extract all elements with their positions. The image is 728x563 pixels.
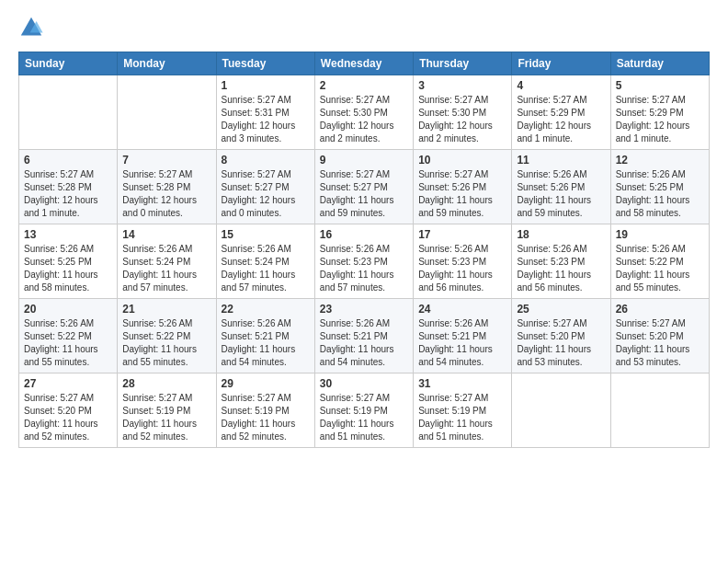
cell-info: Sunrise: 5:26 AM Sunset: 5:22 PM Dayligh… bbox=[24, 317, 112, 369]
cell-date: 26 bbox=[616, 303, 704, 316]
header-cell-tuesday: Tuesday bbox=[216, 52, 314, 75]
cell-date: 20 bbox=[24, 303, 112, 316]
cell-info: Sunrise: 5:27 AM Sunset: 5:30 PM Dayligh… bbox=[418, 94, 506, 145]
calendar-cell: 8Sunrise: 5:27 AM Sunset: 5:27 PM Daylig… bbox=[216, 150, 314, 224]
calendar-cell: 21Sunrise: 5:26 AM Sunset: 5:22 PM Dayli… bbox=[118, 299, 216, 373]
cell-date: 16 bbox=[320, 228, 408, 241]
calendar-cell: 7Sunrise: 5:27 AM Sunset: 5:28 PM Daylig… bbox=[118, 150, 216, 224]
cell-info: Sunrise: 5:26 AM Sunset: 5:24 PM Dayligh… bbox=[122, 243, 210, 294]
cell-date: 8 bbox=[222, 154, 310, 167]
cell-date: 30 bbox=[320, 377, 408, 390]
cell-info: Sunrise: 5:26 AM Sunset: 5:21 PM Dayligh… bbox=[222, 317, 310, 369]
cell-info: Sunrise: 5:27 AM Sunset: 5:20 PM Dayligh… bbox=[24, 392, 112, 443]
cell-date: 7 bbox=[122, 154, 210, 167]
cell-date: 21 bbox=[122, 303, 210, 316]
cell-info: Sunrise: 5:27 AM Sunset: 5:31 PM Dayligh… bbox=[222, 94, 310, 145]
calendar-cell bbox=[118, 75, 216, 150]
header-cell-monday: Monday bbox=[118, 52, 216, 75]
cell-info: Sunrise: 5:27 AM Sunset: 5:19 PM Dayligh… bbox=[418, 392, 506, 443]
cell-info: Sunrise: 5:27 AM Sunset: 5:27 PM Dayligh… bbox=[320, 168, 408, 220]
week-row-2: 6Sunrise: 5:27 AM Sunset: 5:28 PM Daylig… bbox=[19, 150, 710, 224]
calendar-cell: 13Sunrise: 5:26 AM Sunset: 5:25 PM Dayli… bbox=[19, 224, 118, 299]
calendar-cell: 5Sunrise: 5:27 AM Sunset: 5:29 PM Daylig… bbox=[610, 75, 709, 150]
calendar-cell: 24Sunrise: 5:26 AM Sunset: 5:21 PM Dayli… bbox=[414, 299, 512, 373]
cell-date: 1 bbox=[222, 79, 310, 92]
cell-date: 29 bbox=[222, 377, 310, 390]
cell-date: 22 bbox=[222, 303, 310, 316]
calendar-cell: 17Sunrise: 5:26 AM Sunset: 5:23 PM Dayli… bbox=[414, 224, 512, 299]
calendar-header: SundayMondayTuesdayWednesdayThursdayFrid… bbox=[19, 52, 710, 75]
cell-info: Sunrise: 5:26 AM Sunset: 5:24 PM Dayligh… bbox=[222, 243, 310, 294]
cell-date: 19 bbox=[616, 228, 704, 241]
calendar-cell: 28Sunrise: 5:27 AM Sunset: 5:19 PM Dayli… bbox=[118, 373, 216, 448]
header-cell-friday: Friday bbox=[512, 52, 610, 75]
cell-date: 24 bbox=[418, 303, 506, 316]
calendar-cell: 4Sunrise: 5:27 AM Sunset: 5:29 PM Daylig… bbox=[512, 75, 610, 150]
cell-info: Sunrise: 5:26 AM Sunset: 5:22 PM Dayligh… bbox=[122, 317, 210, 369]
calendar-cell bbox=[512, 373, 610, 448]
calendar-cell bbox=[19, 75, 118, 150]
cell-info: Sunrise: 5:26 AM Sunset: 5:23 PM Dayligh… bbox=[418, 243, 506, 294]
cell-info: Sunrise: 5:26 AM Sunset: 5:25 PM Dayligh… bbox=[24, 243, 112, 294]
header-cell-saturday: Saturday bbox=[610, 52, 709, 75]
calendar-cell: 30Sunrise: 5:27 AM Sunset: 5:19 PM Dayli… bbox=[314, 373, 413, 448]
calendar-cell: 22Sunrise: 5:26 AM Sunset: 5:21 PM Dayli… bbox=[216, 299, 314, 373]
cell-date: 25 bbox=[517, 303, 605, 316]
calendar-cell: 26Sunrise: 5:27 AM Sunset: 5:20 PM Dayli… bbox=[610, 299, 709, 373]
cell-info: Sunrise: 5:27 AM Sunset: 5:19 PM Dayligh… bbox=[222, 392, 310, 443]
header-row: SundayMondayTuesdayWednesdayThursdayFrid… bbox=[19, 52, 710, 75]
calendar-cell: 6Sunrise: 5:27 AM Sunset: 5:28 PM Daylig… bbox=[19, 150, 118, 224]
cell-date: 5 bbox=[616, 79, 704, 92]
calendar-cell: 23Sunrise: 5:26 AM Sunset: 5:21 PM Dayli… bbox=[314, 299, 413, 373]
cell-date: 2 bbox=[320, 79, 408, 92]
cell-info: Sunrise: 5:27 AM Sunset: 5:29 PM Dayligh… bbox=[517, 94, 605, 145]
calendar-cell: 1Sunrise: 5:27 AM Sunset: 5:31 PM Daylig… bbox=[216, 75, 314, 150]
header-cell-sunday: Sunday bbox=[19, 52, 118, 75]
calendar: SundayMondayTuesdayWednesdayThursdayFrid… bbox=[18, 52, 710, 448]
cell-date: 17 bbox=[418, 228, 506, 241]
cell-date: 27 bbox=[24, 377, 112, 390]
calendar-cell: 10Sunrise: 5:27 AM Sunset: 5:26 PM Dayli… bbox=[414, 150, 512, 224]
header-cell-wednesday: Wednesday bbox=[314, 52, 413, 75]
cell-date: 13 bbox=[24, 228, 112, 241]
header bbox=[18, 15, 710, 40]
calendar-cell: 16Sunrise: 5:26 AM Sunset: 5:23 PM Dayli… bbox=[314, 224, 413, 299]
calendar-body: 1Sunrise: 5:27 AM Sunset: 5:31 PM Daylig… bbox=[19, 75, 710, 448]
calendar-cell: 27Sunrise: 5:27 AM Sunset: 5:20 PM Dayli… bbox=[19, 373, 118, 448]
logo bbox=[18, 15, 48, 40]
cell-info: Sunrise: 5:26 AM Sunset: 5:23 PM Dayligh… bbox=[517, 243, 605, 294]
calendar-cell: 18Sunrise: 5:26 AM Sunset: 5:23 PM Dayli… bbox=[512, 224, 610, 299]
calendar-cell: 29Sunrise: 5:27 AM Sunset: 5:19 PM Dayli… bbox=[216, 373, 314, 448]
cell-info: Sunrise: 5:27 AM Sunset: 5:29 PM Dayligh… bbox=[616, 94, 704, 145]
cell-date: 4 bbox=[517, 79, 605, 92]
header-cell-thursday: Thursday bbox=[414, 52, 512, 75]
calendar-cell: 19Sunrise: 5:26 AM Sunset: 5:22 PM Dayli… bbox=[610, 224, 709, 299]
cell-info: Sunrise: 5:26 AM Sunset: 5:22 PM Dayligh… bbox=[616, 243, 704, 294]
calendar-cell: 9Sunrise: 5:27 AM Sunset: 5:27 PM Daylig… bbox=[314, 150, 413, 224]
cell-date: 11 bbox=[517, 154, 605, 167]
cell-info: Sunrise: 5:27 AM Sunset: 5:30 PM Dayligh… bbox=[320, 94, 408, 145]
week-row-5: 27Sunrise: 5:27 AM Sunset: 5:20 PM Dayli… bbox=[19, 373, 710, 448]
calendar-cell: 14Sunrise: 5:26 AM Sunset: 5:24 PM Dayli… bbox=[118, 224, 216, 299]
cell-info: Sunrise: 5:27 AM Sunset: 5:20 PM Dayligh… bbox=[616, 317, 704, 369]
cell-info: Sunrise: 5:27 AM Sunset: 5:19 PM Dayligh… bbox=[122, 392, 210, 443]
calendar-cell: 20Sunrise: 5:26 AM Sunset: 5:22 PM Dayli… bbox=[19, 299, 118, 373]
cell-info: Sunrise: 5:26 AM Sunset: 5:21 PM Dayligh… bbox=[418, 317, 506, 369]
calendar-cell bbox=[610, 373, 709, 448]
cell-info: Sunrise: 5:26 AM Sunset: 5:23 PM Dayligh… bbox=[320, 243, 408, 294]
cell-date: 15 bbox=[222, 228, 310, 241]
calendar-cell: 11Sunrise: 5:26 AM Sunset: 5:26 PM Dayli… bbox=[512, 150, 610, 224]
cell-info: Sunrise: 5:26 AM Sunset: 5:26 PM Dayligh… bbox=[517, 168, 605, 220]
cell-info: Sunrise: 5:27 AM Sunset: 5:28 PM Dayligh… bbox=[24, 168, 112, 220]
cell-info: Sunrise: 5:26 AM Sunset: 5:25 PM Dayligh… bbox=[616, 168, 704, 220]
logo-icon bbox=[18, 15, 44, 40]
cell-date: 9 bbox=[320, 154, 408, 167]
week-row-4: 20Sunrise: 5:26 AM Sunset: 5:22 PM Dayli… bbox=[19, 299, 710, 373]
cell-info: Sunrise: 5:27 AM Sunset: 5:20 PM Dayligh… bbox=[517, 317, 605, 369]
week-row-3: 13Sunrise: 5:26 AM Sunset: 5:25 PM Dayli… bbox=[19, 224, 710, 299]
cell-date: 28 bbox=[122, 377, 210, 390]
calendar-cell: 3Sunrise: 5:27 AM Sunset: 5:30 PM Daylig… bbox=[414, 75, 512, 150]
cell-info: Sunrise: 5:27 AM Sunset: 5:27 PM Dayligh… bbox=[222, 168, 310, 220]
calendar-cell: 15Sunrise: 5:26 AM Sunset: 5:24 PM Dayli… bbox=[216, 224, 314, 299]
cell-date: 10 bbox=[418, 154, 506, 167]
